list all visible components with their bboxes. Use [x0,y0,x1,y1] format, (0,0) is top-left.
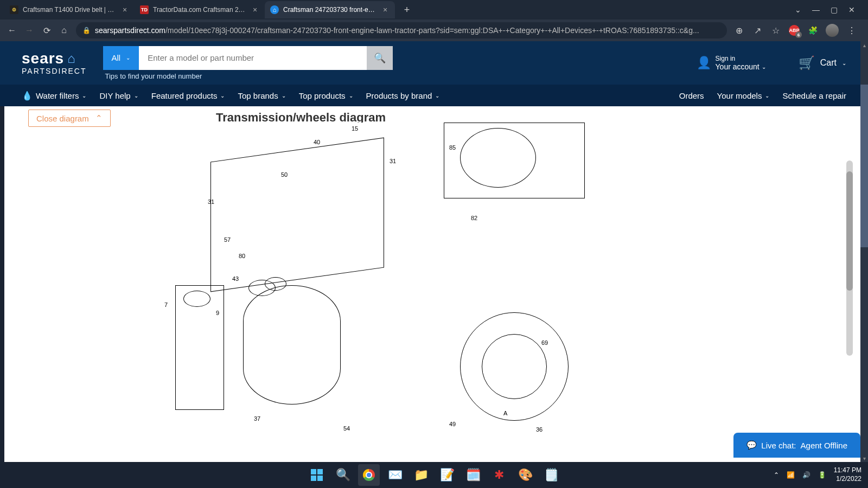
chevron-down-icon: ⌄ [349,93,353,99]
part-label: 69 [541,339,548,346]
close-icon[interactable]: × [120,5,129,14]
sticky-notes-icon[interactable]: 🗒️ [540,464,562,486]
notepad-taskbar-icon[interactable]: 📝 [436,464,458,486]
forward-button[interactable]: → [24,25,35,35]
search-button[interactable]: 🔍 [332,464,354,486]
account-menu[interactable]: 👤 Sign in Your account ⌄ [697,55,766,71]
close-diagram-button[interactable]: Close diagram ⌃ [28,110,111,127]
part-label: 40 [314,139,320,145]
browser-tab-active[interactable]: ⌂ Craftsman 247203730 front-engi × [265,1,395,18]
nav-featured-products[interactable]: Featured products⌄ [151,91,225,100]
tray-chevron-icon[interactable]: ⌃ [774,471,779,479]
house-icon: ⌂ [67,52,76,65]
tab-title: TractorData.com Craftsman 247.2 [153,6,246,14]
chevron-down-icon: ⌄ [765,93,769,99]
extensions-icon[interactable]: 🧩 [807,25,818,36]
nav-water-filters[interactable]: 💧 Water filters ⌄ [22,91,86,101]
search-button[interactable]: 🔍 [367,46,393,70]
star-icon[interactable]: ☆ [770,25,781,36]
chevron-down-icon: ⌄ [134,93,138,99]
nav-products-by-brand[interactable]: Products by brand⌄ [366,91,440,100]
chrome-taskbar-icon[interactable] [358,464,380,486]
scrollbar-thumb[interactable] [846,171,853,291]
cart-label: Cart [820,58,837,68]
nav-orders[interactable]: Orders [679,91,704,100]
close-window-icon[interactable]: ✕ [848,5,855,14]
battery-icon[interactable]: 🔋 [818,471,826,479]
part-label: 80 [239,253,245,259]
search-category-label: All [112,53,121,62]
search-input[interactable] [139,46,367,70]
app-taskbar-icon[interactable]: ✱ [488,464,510,486]
home-button[interactable]: ⌂ [59,25,69,35]
close-icon[interactable]: × [251,5,259,14]
nav-schedule-repair[interactable]: Schedule a repair [782,91,846,100]
nav-label: Your models [717,91,762,100]
browser-scrollbar[interactable]: ▴ ▾ [860,41,868,462]
nav-top-products[interactable]: Top products⌄ [299,91,353,100]
site-logo[interactable]: sears ⌂ PARTSDIRECT [22,51,87,75]
part-label: 37 [254,415,260,422]
browser-tab[interactable]: TD TractorData.com Craftsman 247.2 × [135,1,265,18]
back-button[interactable]: ← [7,25,17,35]
tab-title: Craftsman T1400 Drive belt | My [23,6,116,14]
live-chat-button[interactable]: 💬 Live chat: Agent Offline [733,433,860,458]
window-controls: ⌄ — ▢ ✕ [795,5,864,14]
search-icon: 🔍 [374,52,386,64]
chevron-down-icon: ⌄ [762,64,766,70]
part-label: 9 [216,310,219,316]
part-label: 31 [208,198,214,205]
minimize-icon[interactable]: — [812,5,820,14]
start-button[interactable] [306,464,328,486]
file-explorer-icon[interactable]: 📁 [410,464,432,486]
browser-tab-bar: ⚙ Craftsman T1400 Drive belt | My × TD T… [0,0,868,20]
nav-label: Top products [299,91,346,100]
logo-text: sears [22,51,64,66]
address-bar: ← → ⟳ ⌂ 🔒 searspartsdirect.com/model/10e… [0,20,868,41]
search-category-dropdown[interactable]: All ⌄ [103,46,139,70]
system-clock[interactable]: 11:47 PM 1/2/2022 [834,466,861,483]
menu-icon[interactable]: ⋮ [846,25,857,36]
new-tab-button[interactable]: + [399,2,414,17]
nav-label: Orders [679,91,704,100]
paint-taskbar-icon[interactable]: 🎨 [514,464,536,486]
chevron-up-icon: ⌃ [95,113,103,123]
url-bar[interactable]: 🔒 searspartsdirect.com/model/10eec78j3j-… [76,22,727,38]
install-icon[interactable]: ⊕ [733,25,744,36]
scrollbar-thumb[interactable] [860,85,868,247]
part-label: 50 [281,171,288,178]
volume-icon[interactable]: 🔊 [802,471,810,479]
clock-date: 1/2/2022 [834,475,861,484]
nav-label: Featured products [151,91,218,100]
browser-tab[interactable]: ⚙ Craftsman T1400 Drive belt | My × [4,1,135,18]
chat-status: Agent Offline [801,441,847,450]
page-content: Close diagram ⌃ Transmission/wheels diag… [4,106,860,462]
notepad-icon: 📝 [440,468,455,482]
chrome-icon [363,469,375,481]
cart-button[interactable]: 🛒 Cart ⌄ [799,55,846,70]
adblock-extension-icon[interactable]: ABP6 [789,25,800,36]
wifi-icon[interactable]: 📶 [787,471,795,479]
calculator-taskbar-icon[interactable]: 🗓️ [462,464,484,486]
favicon-icon: ⚙ [10,5,18,14]
chevron-down-icon: ⌄ [220,93,225,99]
favicon-icon: TD [140,5,149,14]
mail-taskbar-icon[interactable]: ✉️ [384,464,406,486]
nav-top-brands[interactable]: Top brands⌄ [238,91,285,100]
part-label: 43 [232,275,239,282]
chat-prefix: Live chat: [761,441,796,450]
parts-diagram[interactable]: 15 40 85 31 50 31 82 57 80 43 69 A 7 9 3… [113,123,634,459]
nav-your-models[interactable]: Your models⌄ [717,91,770,100]
scroll-up-icon[interactable]: ▴ [860,41,868,49]
content-scrollbar[interactable] [846,160,853,356]
chevron-down-icon[interactable]: ⌄ [795,5,801,14]
profile-avatar[interactable] [826,24,839,37]
share-icon[interactable]: ↗ [752,25,763,36]
scroll-down-icon[interactable]: ▾ [860,454,868,462]
tips-link[interactable]: Tips to find your model number [103,72,393,80]
part-label: 31 [390,158,396,164]
maximize-icon[interactable]: ▢ [831,5,838,14]
reload-button[interactable]: ⟳ [41,25,52,36]
close-icon[interactable]: × [381,5,390,14]
nav-diy-help[interactable]: DIY help⌄ [99,91,138,100]
